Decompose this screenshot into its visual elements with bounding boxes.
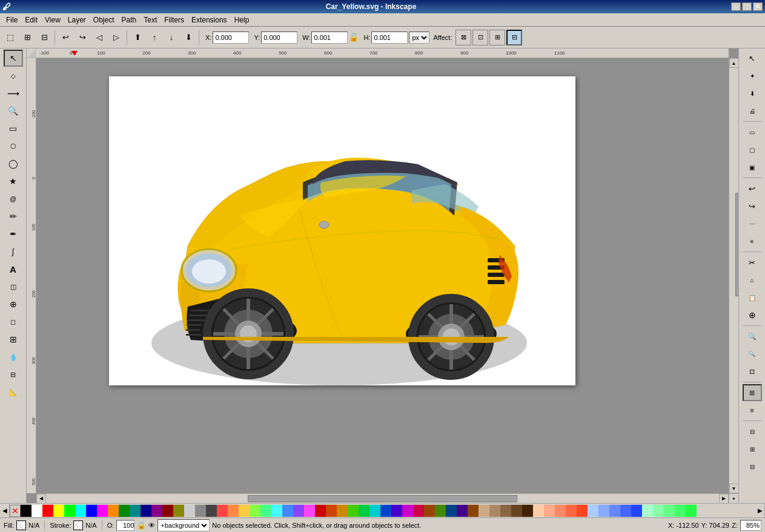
rp-zoom-in[interactable]: 🔍 [743, 328, 762, 345]
toolbar-nav-right[interactable]: ▷ [108, 30, 124, 45]
toolbar-bring-top[interactable]: ⬆ [130, 30, 145, 45]
hscroll-thumb[interactable] [248, 495, 517, 502]
maximize-button[interactable]: □ [742, 2, 752, 11]
color-swatch-25[interactable] [293, 505, 304, 517]
color-swatch-23[interactable] [271, 505, 282, 517]
toolbar-deselect[interactable]: ⊟ [36, 30, 52, 45]
tool-tweak[interactable]: ⟿ [4, 85, 23, 102]
color-swatch-3[interactable] [53, 505, 64, 517]
color-swatch-9[interactable] [119, 505, 130, 517]
unit-select[interactable]: px mm cm in [409, 32, 429, 44]
color-swatch-47[interactable] [533, 505, 544, 517]
hscroll-left-button[interactable]: ◀ [36, 494, 46, 504]
color-swatch-57[interactable] [642, 505, 653, 517]
opacity-input[interactable] [116, 520, 134, 531]
color-swatch-41[interactable] [468, 505, 479, 517]
tool-measure[interactable]: 📐 [4, 384, 23, 401]
color-swatch-43[interactable] [489, 505, 500, 517]
menu-layer[interactable]: Layer [64, 15, 90, 25]
rp-snap[interactable]: ▣ [743, 159, 762, 176]
color-swatch-18[interactable] [217, 505, 228, 517]
menu-filters[interactable]: Filters [161, 15, 188, 25]
color-swatch-49[interactable] [555, 505, 566, 517]
color-none-swatch[interactable]: ✕ [10, 505, 21, 517]
color-swatch-10[interactable] [130, 505, 141, 517]
toolbar-nav-left[interactable]: ◁ [91, 30, 107, 45]
color-swatch-30[interactable] [348, 505, 359, 517]
color-swatch-58[interactable] [653, 505, 664, 517]
rp-group[interactable]: ⊟ [743, 423, 762, 440]
tool-connector[interactable]: ⊟ [4, 366, 23, 383]
menu-extensions[interactable]: Extensions [188, 15, 231, 25]
menu-text[interactable]: Text [140, 15, 161, 25]
color-swatch-59[interactable] [664, 505, 675, 517]
color-swatch-11[interactable] [141, 505, 151, 517]
rp-print[interactable]: 🖨 [743, 102, 762, 119]
color-swatch-21[interactable] [250, 505, 260, 517]
rp-undo[interactable]: ↩ [743, 180, 762, 197]
tool-gradient[interactable]: ◫ [4, 278, 23, 295]
color-swatch-50[interactable] [566, 505, 577, 517]
color-swatch-5[interactable] [75, 505, 86, 517]
color-swatch-35[interactable] [402, 505, 413, 517]
rp-align[interactable]: ⊞ [743, 441, 762, 457]
palette-scroll-right[interactable]: ▶ [755, 504, 765, 518]
color-swatch-37[interactable] [424, 505, 435, 517]
palette-scroll-left[interactable]: ◀ [0, 504, 10, 518]
color-swatch-31[interactable] [359, 505, 369, 517]
color-swatch-40[interactable] [457, 505, 468, 517]
rp-arrow-cursor[interactable]: ↖ [743, 50, 762, 67]
color-swatch-54[interactable] [609, 505, 620, 517]
rp-transform[interactable]: ⊟ [743, 458, 762, 475]
menu-object[interactable]: Object [90, 15, 118, 25]
color-swatch-46[interactable] [522, 505, 533, 517]
rp-copy[interactable]: ⌂ [743, 271, 762, 288]
color-swatch-27[interactable] [315, 505, 326, 517]
color-swatch-32[interactable] [369, 505, 380, 517]
color-swatch-33[interactable] [380, 505, 391, 517]
toolbar-undo[interactable]: ↩ [58, 30, 73, 45]
toolbar-lower[interactable]: ↓ [164, 30, 179, 45]
vertical-scrollbar[interactable]: ▲ ▼ [729, 58, 738, 493]
rp-paste[interactable]: 📋 [743, 289, 762, 306]
tool-eyedropper[interactable]: 💧 [4, 348, 23, 365]
affect-move-nodes[interactable]: ⊞ [489, 30, 505, 45]
toolbar-select-in-all-layers[interactable]: ⊞ [19, 30, 35, 45]
layer-select[interactable]: +background [157, 519, 210, 531]
rp-more2[interactable]: ≡ [743, 233, 762, 250]
color-swatch-13[interactable] [162, 505, 173, 517]
tool-select[interactable]: ↖ [4, 50, 23, 67]
toolbar-redo[interactable]: ↪ [75, 30, 90, 45]
rp-zoom-out[interactable]: 🔍 [743, 345, 762, 362]
hscroll-right-button[interactable]: ▶ [719, 494, 729, 504]
tool-node[interactable]: ◇ [4, 67, 23, 84]
vscroll-down-button[interactable]: ▼ [729, 484, 739, 493]
color-swatch-2[interactable] [42, 505, 53, 517]
color-swatch-26[interactable] [304, 505, 315, 517]
rp-lines-toggle[interactable]: ≡ [743, 402, 762, 419]
color-swatch-51[interactable] [577, 505, 588, 517]
color-swatch-17[interactable] [206, 505, 217, 517]
color-swatch-6[interactable] [86, 505, 97, 517]
tool-zoom[interactable]: 🔍 [4, 102, 23, 119]
lock-ratio-icon[interactable]: 🔓 [349, 33, 359, 42]
color-swatch-29[interactable] [337, 505, 348, 517]
tool-circle[interactable]: ◯ [4, 155, 23, 172]
horizontal-scrollbar[interactable]: ◀ ▶ [36, 493, 729, 503]
color-swatch-22[interactable] [260, 505, 271, 517]
color-swatch-34[interactable] [391, 505, 402, 517]
rp-import[interactable]: ⬇ [743, 85, 762, 102]
tool-rect[interactable]: ▭ [4, 120, 23, 137]
color-swatch-52[interactable] [588, 505, 598, 517]
tool-text[interactable]: A [4, 261, 23, 278]
color-swatch-39[interactable] [446, 505, 457, 517]
tool-polygon[interactable]: ⬡ [4, 138, 23, 155]
rp-node-snap[interactable]: ✦ [743, 67, 762, 84]
w-input[interactable] [311, 32, 348, 44]
color-swatch-7[interactable] [97, 505, 108, 517]
color-swatch-19[interactable] [228, 505, 239, 517]
color-swatch-56[interactable] [631, 505, 642, 517]
affect-whole-selection[interactable]: ⊠ [455, 30, 471, 45]
tool-fill[interactable]: ⊕ [4, 296, 23, 313]
color-swatch-1[interactable] [31, 505, 42, 517]
